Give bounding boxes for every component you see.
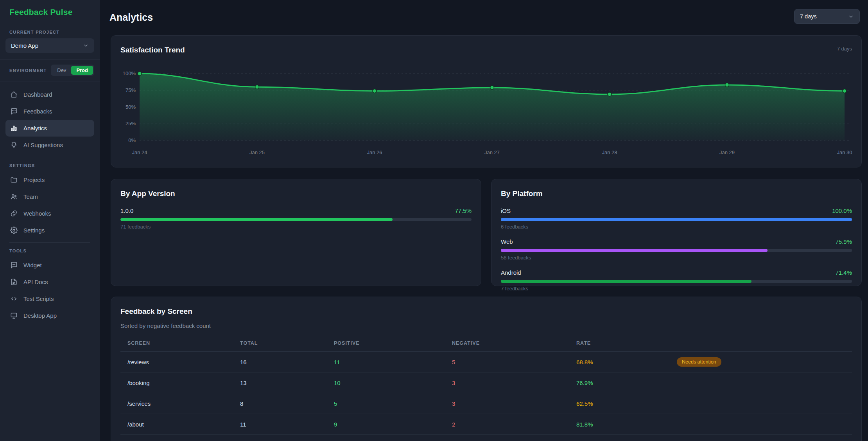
project-selector[interactable]: Demo App [5,38,94,53]
sidebar-item-test-scripts[interactable]: Test Scripts [5,290,94,307]
widget-icon [10,261,18,269]
sidebar-item-feedbacks[interactable]: Feedbacks [5,103,94,120]
link-icon [10,210,18,217]
bar-feedback-count: 58 feedbacks [501,255,852,261]
doc-icon [10,278,18,286]
sidebar-item-label: Dashboard [23,91,52,98]
cell-screen: /services [127,400,240,407]
bar-feedback-count: 7 feedbacks [501,286,852,292]
cell-badge: Needs attention [677,357,852,367]
sidebar-nav: DashboardFeedbacksAnalyticsAI Suggestion… [0,81,100,329]
feedbacks-icon [10,108,18,115]
divider [9,242,90,243]
sidebar-item-label: Team [23,193,38,200]
project-selector-value: Demo App [11,42,38,49]
data-point [725,83,729,87]
sidebar-item-analytics[interactable]: Analytics [5,120,94,137]
chevron-down-icon [848,14,854,20]
bar-label: 1.0.0 [120,207,133,214]
settings-group-label: SETTINGS [9,163,90,168]
feedback-by-screen-table: SCREENTOTALPOSITIVENEGATIVERATE /reviews… [120,335,852,435]
sidebar-item-api-docs[interactable]: API Docs [5,274,94,290]
bar-label: Android [501,269,521,276]
lightbulb-icon [10,141,18,149]
column-header: NEGATIVE [452,340,576,346]
sidebar-item-label: Webhooks [23,210,51,217]
x-axis-tick: Jan 27 [484,149,500,155]
needs-attention-badge: Needs attention [677,357,721,367]
y-axis-tick: 25% [126,121,136,126]
feedback-by-screen-subtitle: Sorted by negative feedback count [111,322,861,329]
bar-track [501,280,852,283]
sidebar-item-projects[interactable]: Projects [5,171,94,188]
sidebar-item-desktop-app[interactable]: Desktop App [5,307,94,324]
date-range-value: 7 days [800,13,817,20]
trend-chart-svg: 100%75%50%25%0%Jan 24Jan 25Jan 26Jan 27J… [111,66,861,167]
table-row--about: /about 11 9 2 81.8% [120,414,852,435]
sidebar-item-label: Projects [23,176,45,183]
sidebar-item-label: Widget [23,262,42,268]
satisfaction-trend-card: Satisfaction Trend 7 days 100%75%50%25%0… [111,35,862,167]
sidebar: Feedback Pulse Current Project Demo App … [0,0,100,441]
cell-positive: 5 [334,400,452,407]
data-point [608,92,612,96]
code-icon [10,295,18,302]
sidebar-item-team[interactable]: Team [5,188,94,205]
cell-negative: 5 [452,359,576,365]
chevron-down-icon [83,43,89,49]
bar-percent: 71.4% [835,269,852,276]
x-axis-tick: Jan 28 [602,149,617,155]
monitor-icon [10,312,18,319]
sidebar-item-widget[interactable]: Widget [5,257,94,274]
sidebar-item-settings[interactable]: Settings [5,222,94,239]
x-axis-tick: Jan 25 [249,149,265,155]
page-title: Analytics [109,12,153,23]
y-axis-tick: 50% [126,104,136,110]
folder-icon [10,176,18,184]
cell-rate: 68.8% [576,359,677,365]
feedback-by-screen-title: Feedback by Screen [120,307,192,316]
env-dev-button[interactable]: Dev [52,66,71,75]
trend-area [140,74,845,140]
bar-percent: 100.0% [832,207,852,214]
sidebar-item-label: AI Suggestions [23,142,63,148]
bar-percent: 77.5% [455,207,472,214]
satisfaction-trend-chart: 100%75%50%25%0%Jan 24Jan 25Jan 26Jan 27J… [111,66,861,167]
bar-percent: 75.9% [835,238,852,245]
bar-label: Web [501,238,513,245]
table-row--booking: /booking 13 10 3 76.9% [120,373,852,393]
cell-rate: 81.8% [576,421,677,428]
y-axis-tick: 100% [123,70,136,76]
sidebar-item-dashboard[interactable]: Dashboard [5,86,94,103]
bar-feedback-count: 6 feedbacks [501,224,852,230]
app-version-row-1-0-0: 1.0.0 77.5% 71 feedbacks [120,207,472,230]
project-section: Current Project Demo App [0,24,100,59]
sidebar-item-label: API Docs [23,279,48,285]
current-project-label: Current Project [9,30,90,34]
satisfaction-trend-range-label: 7 days [837,46,852,52]
data-point [373,89,377,93]
cell-screen: /about [127,421,240,428]
bar-fill [120,218,393,221]
divider [9,157,90,157]
cell-negative: 3 [452,400,576,407]
sidebar-item-label: Analytics [23,125,47,131]
sidebar-item-ai-suggestions[interactable]: AI Suggestions [5,137,94,153]
sidebar-item-label: Test Scripts [23,295,54,302]
cell-positive: 11 [334,359,452,365]
data-point [843,89,846,93]
cell-total: 11 [240,421,334,428]
by-app-version-card: By App Version 1.0.0 77.5% 71 feedbacks [111,179,481,286]
cell-total: 13 [240,380,334,386]
sidebar-item-label: Settings [23,227,45,234]
x-axis-tick: Jan 29 [719,149,735,155]
cell-negative: 2 [452,421,576,428]
env-prod-button[interactable]: Prod [71,66,93,75]
data-point [255,85,259,89]
sidebar-item-webhooks[interactable]: Webhooks [5,205,94,222]
date-range-selector[interactable]: 7 days [794,9,860,24]
cell-rate: 62.5% [576,400,677,407]
x-axis-tick: Jan 30 [837,149,852,155]
cell-rate: 76.9% [576,380,677,386]
data-point [490,86,494,90]
